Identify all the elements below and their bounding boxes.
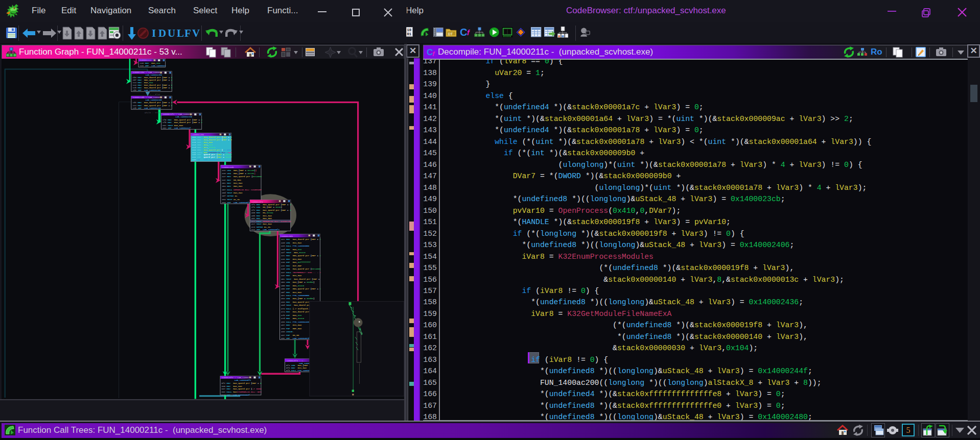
svg-text:3fa LEA R8,[RBP + 0x30]: 3fa LEA R8,[RBP + 0x30]	[251, 206, 282, 208]
svg-text:25f SETNZ AL: 25f SETNZ AL	[222, 195, 238, 197]
svg-text:419 SETNZ AL,AL: 419 SETNZ AL,AL	[251, 226, 271, 228]
svg-text:1d6 JMP LAB_14000215e: 1d6 JMP LAB_14000215e	[132, 89, 161, 91]
svg-text:201 TEST EAX,EAX: 201 TEST EAX,EAX	[162, 125, 183, 127]
svg-text:447 CALL <EXTERNAL>::K32... -: 447 CALL <EXTERNAL>::K32... - #Ghidra...	[281, 272, 333, 274]
svg-text:140002209: 140002209	[192, 134, 204, 136]
svg-text:1400021f2 : LAB_14000...: 1400021f2 : LAB_14000...	[163, 113, 194, 115]
svg-text:1400025f3 : L...: 1400025f3 : L...	[286, 360, 307, 362]
svg-text:428 CALL PTR_14000a550: 428 CALL PTR_14000a550	[281, 245, 310, 247]
svg-text:25d TEST EAX,EAX: 25d TEST EAX,EAX	[222, 192, 243, 194]
svg-text:14000211c: 14000211c	[140, 59, 152, 61]
svg-text:? : Else: ? : Else	[150, 93, 161, 95]
svg-text:44e MOV RCX,RAX: 44e MOV RCX,RAX	[281, 275, 302, 277]
svg-text:1400021b6 : LAB_14000...: 1400021b6 : LAB_14000...	[133, 71, 164, 74]
svg-text:421 MOV RAX,dword ptr [RBP +: 421 MOV RAX,dword ptr [RBP + 0x1a78],1	[281, 238, 332, 240]
svg-text:203 JMP LAB_14000222f: 203 JMP LAB_14000222f	[162, 127, 191, 129]
svg-text:5fe MOV RAX,qword ptr [RBP +: 5fe MOV RAX,qword ptr [RBP + 0x1a7]	[222, 382, 268, 384]
svg-text:222 MOV RAX,qword ptr [-> KER: 222 MOV RAX,qword ptr [-> KERN	[192, 149, 232, 151]
svg-text:43e MOV RSP,RBP: 43e MOV RSP,RBP	[281, 265, 302, 267]
svg-text:425 LEA RCX,RAX: 425 LEA RCX,RAX	[281, 242, 302, 244]
svg-text:417 TEST EAX,EAX: 417 TEST EAX,EAX	[251, 223, 272, 225]
svg-text:5fb CALL PTR_14000a5: 5fb CALL PTR_14000a5	[286, 370, 312, 372]
svg-text:1400021db : LAB_14000...: 1400021db : LAB_14000...	[133, 96, 164, 99]
svg-text:40e MOV RAX,RDX: 40e MOV RAX,RDX	[251, 217, 272, 219]
svg-text:1b8 MOV RAX,dword ptr [RBP +: 1b8 MOV RAX,dword ptr [RBP + 0x1a78],1	[132, 77, 183, 79]
svg-text:45f MOV ECX,EAX: 45f MOV ECX,EAX	[281, 291, 302, 294]
svg-text:1e3 MOV RBX,qword ptr [RBP +: 1e3 MOV RBX,qword ptr [RBP + 0x1a64],--	[132, 105, 184, 107]
svg-text:LAB_1400021b6: LAB_1400021b6	[132, 74, 162, 76]
svg-text:445 LEA RAX,qword ptr [0x1400: 445 LEA RAX,qword ptr [0x14000a5]	[281, 268, 325, 270]
svg-text:1c3 MOV EAX,0x2: 1c3 MOV EAX,0x2	[132, 82, 153, 84]
svg-text:LAB_1400025fe: LAB_1400025fe	[222, 379, 251, 381]
svg-text:1bf MOV RBX,qword ptr [RBP +: 1bf MOV RBX,qword ptr [RBP + 0x1a64],--	[132, 79, 184, 81]
svg-text:LAB_140002185: LAB_140002185	[162, 116, 192, 118]
svg-text:455 MOV EDX,0x410: 455 MOV EDX,0x410	[281, 285, 305, 287]
svg-text:405 MOV R9,0x104: 405 MOV R9,0x104	[251, 212, 273, 214]
svg-text:247 MOV RAX,qword ptr [0x1400: 247 MOV RAX,qword ptr [0x14000a5]	[222, 176, 266, 178]
svg-text:257 CALL KERNEL32.DLL::K32Enum: 257 CALL KERNEL32.DLL::K32EnumProcessMod	[222, 189, 273, 191]
svg-text:497 POP R8,R8: 497 POP R8,R8	[281, 334, 299, 336]
svg-text:LAB_14000215e: LAB_14000215e	[132, 99, 162, 101]
svg-text:431 MOV RBX,qword ptr [RBP +: 431 MOV RBX,qword ptr [RBP + 0x1a64],--	[281, 255, 333, 257]
svg-text:1c6 MOV EAX,dword ptr [RBP +: 1c6 MOV EAX,dword ptr [RBP + 0x9ac]]	[132, 84, 180, 86]
svg-text:3f3 MOV RDX,qword ptr [RBP +: 3f3 MOV RDX,qword ptr [RBP + 0x140	[251, 204, 297, 206]
svg-text:DT: DT	[448, 32, 453, 36]
svg-text:5f3 LEA RAX,[RBP: 5f3 LEA RAX,[RBP	[286, 364, 309, 366]
svg-text:453 LEA EAX,[RBP + 0x9b0]: 453 LEA EAX,[RBP + 0x9b0]	[281, 281, 314, 283]
svg-text:262 TEST AL,AL: 262 TEST AL,AL	[222, 199, 240, 201]
svg-text:14000240b: 14000240b	[222, 166, 234, 168]
svg-text:43a CMP RAX,0xffffffff: 43a CMP RAX,0xffffffff	[281, 261, 311, 263]
svg-text:23c LEA RDX,[RBP + 0x140]]: 23c LEA RDX,[RBP + 0x140]]	[222, 169, 256, 172]
svg-text:5f8 MOV RCX,RAX: 5f8 MOV RCX,RAX	[286, 367, 307, 369]
svg-text:While : True: While : True	[145, 112, 160, 114]
svg-text:1400023f3: 1400023f3	[251, 201, 263, 203]
svg-text:41c JMP LAB_1400025f3: 41c JMP LAB_1400025f3	[251, 229, 280, 231]
svg-text:22b MOV qword ptr [RBP + 0x19: 22b MOV qword ptr [RBP + 0x19f8],	[192, 154, 236, 156]
svg-text:490 LEAVE.: 490 LEAVE.	[281, 331, 294, 333]
svg-text:451 TEST EAX,dword ptr [RBP +: 451 TEST EAX,dword ptr [RBP + 0x9ac]]	[281, 278, 330, 280]
svg-text:461 CALL PTR_14000a558: 461 CALL PTR_14000a558	[281, 295, 310, 297]
svg-text:487 MOV ECX,EAX: 487 MOV ECX,EAX	[281, 324, 302, 326]
svg-text:24e MOV R8,RDX: 24e MOV R8,RDX	[222, 179, 241, 181]
svg-text:42f TEST EDX,0x410: 42f TEST EDX,0x410	[281, 252, 306, 254]
svg-text:605 MOV EAX,EAX: 605 MOV EAX,EAX	[222, 385, 243, 387]
svg-text:218 MOV EDX,0x0: 218 MOV EDX,0x0	[192, 144, 213, 146]
svg-text:240 LEA RDX,[RBP + 0x13c]: 240 LEA RDX,[RBP + 0x13c]	[222, 173, 255, 175]
svg-text:229 CALL RAX=>KERNEL32.DLL::Op: 229 CALL RAX=>KERNEL32.DLL::OpenPr	[192, 152, 236, 154]
svg-text:40b MOV RCX,RAX: 40b MOV RCX,RAX	[251, 215, 272, 217]
svg-text:42d MOV EAX,0x2: 42d MOV EAX,0x2	[281, 249, 302, 251]
svg-text:264 JMP LAB_1400025f3: 264 JMP LAB_1400025f3	[222, 202, 250, 204]
svg-text:49c JMP LAB_14000257d: 49c JMP LAB_14000257d	[281, 337, 310, 339]
svg-text:45a CMP RBX,qword ptr [RBP +: 45a CMP RBX,qword ptr [RBP + 0x1a64],--	[281, 288, 333, 290]
svg-text:47d MOV EDX,0x410: 47d MOV EDX,0x410	[281, 317, 305, 320]
svg-text:438 MOV ECX,EAX: 438 MOV ECX,EAX	[281, 258, 302, 260]
svg-text:47b CMP EAX,0x2: 47b CMP EAX,0x2	[281, 314, 302, 316]
svg-text:489 POP RBP,RAX: 489 POP RBP,RAX	[281, 328, 302, 330]
svg-text:464 LEA EAX,[RBP + 0x9b0]: 464 LEA EAX,[RBP + 0x9b0]	[281, 298, 314, 300]
svg-text:607 MOV RAX,qword ptr [-> 000: 607 MOV RAX,qword ptr [-> 0000015]	[222, 388, 267, 390]
svg-text:232 CMP qword ptr [RBP + 0x19: 232 CMP qword ptr [RBP + 0x19f8],	[192, 156, 236, 158]
svg-text:1ca JMP LAB_14000217c: 1ca JMP LAB_14000217c	[140, 65, 169, 67]
svg-text:60e CALL RAX=>KERNEL32.DLL::Ge: 60e CALL RAX=>KERNEL32.DLL::GetProcAdd	[222, 391, 271, 393]
svg-text:480 CALL PTR_140002498: 480 CALL PTR_140002498	[281, 321, 310, 323]
svg-text:1eb JMP LAB_140002185: 1eb JMP LAB_140002185	[132, 107, 161, 109]
svg-text:21d MOV ECX,0x410: 21d MOV ECX,0x410	[192, 146, 216, 149]
svg-text:254 MOV RDX,RAX: 254 MOV RDX,RAX	[222, 185, 243, 187]
svg-text:1c5 MOV EAX,0x2: 1c5 MOV EAX,0x2	[140, 62, 161, 64]
svg-text:1cb MOV RAX,dword ptr [RBP +: 1cb MOV RAX,dword ptr [RBP + 0x1a78],1	[132, 87, 183, 89]
svg-text:3fe MOV RAX,qword ptr [RBP +: 3fe MOV RAX,qword ptr [RBP + 0x19	[251, 209, 295, 211]
svg-text:23a JZ LAB_1400025fe: 23a JZ LAB_1400025fe	[192, 159, 221, 161]
svg-text:251 MOV RCX,RAX: 251 MOV RCX,RAX	[222, 182, 243, 184]
svg-text:1fb MOV EAX,dword ptr [RBP +: 1fb MOV EAX,dword ptr [RBP + 0x9ac]]	[162, 121, 210, 124]
svg-text:20c MOV RAX,dword ptr [RBP +: 20c MOV RAX,dword ptr [RBP + RAX*	[192, 139, 236, 141]
svg-text:215 MOV RAX,RAX: 215 MOV RAX,RAX	[192, 141, 213, 143]
svg-text:1400025fe : LAB_14000...: 1400025fe : LAB_14000...	[222, 377, 252, 379]
svg-text:01: 01	[407, 32, 411, 36]
svg-text:1400023d3: 1400023d3	[282, 235, 293, 237]
svg-text:1f5 MOV RBX,qword ptr [RBP +: 1f5 MOV RBX,qword ptr [RBP + 0x1a64],--	[162, 119, 214, 121]
svg-text:209 MOV RAX,dword ptr [RBP +: 209 MOV RAX,dword ptr [RBP + 0x1a7	[192, 136, 238, 138]
